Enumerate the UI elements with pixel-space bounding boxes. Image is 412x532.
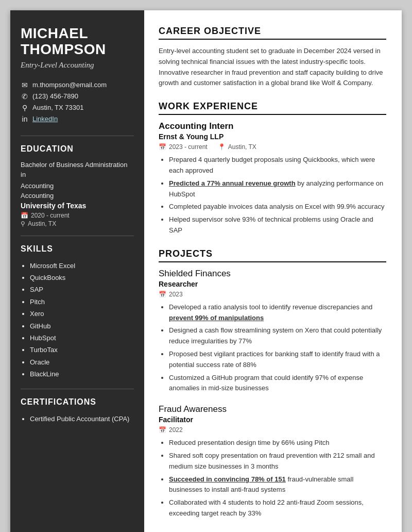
- bullet-item: Customized a GitHub program that could i…: [169, 373, 386, 394]
- phone-text: (123) 456-7890: [32, 92, 78, 100]
- skill-item: SAP: [30, 284, 134, 295]
- education-title: EDUCATION: [21, 144, 134, 154]
- calendar-icon: 📅: [159, 291, 166, 298]
- bullet-item: Designed a cash flow streamlining system…: [169, 325, 386, 347]
- skill-item: Xero: [30, 308, 134, 320]
- skill-item: TurboTax: [30, 344, 134, 356]
- project-title-2: Fraud Awareness: [159, 404, 386, 414]
- skill-item: Oracle: [30, 356, 134, 368]
- location-text: Austin, TX 73301: [32, 104, 84, 111]
- divider-certs: [21, 389, 134, 389]
- candidate-subtitle: Entry-Level Accounting: [21, 61, 134, 70]
- skill-item: Pitch: [30, 296, 134, 308]
- highlight-text: Succeeded in convincing 78% of 151: [169, 475, 286, 483]
- bullet-item: Predicted a 77% annual revenue growth by…: [169, 178, 386, 200]
- project-role-2: Facilitator: [159, 415, 386, 424]
- work-experience-title: WORK EXPERIENCE: [159, 101, 386, 115]
- bullet-item: Reduced presentation design time by 66% …: [169, 438, 386, 448]
- job-meta: 📅 2023 - current 📍 Austin, TX: [159, 143, 386, 151]
- bullet-item: Prepared 4 quarterly budget proposals us…: [169, 155, 386, 176]
- bullet-item: Shared soft copy presentation on fraud p…: [169, 451, 386, 472]
- edu-location-icon: ⚲: [21, 220, 25, 227]
- skills-list: Microsoft Excel QuickBooks SAP Pitch Xer…: [21, 260, 134, 380]
- bullet-item: Proposed best vigilant practices for ban…: [169, 349, 386, 371]
- project-block-2: Fraud Awareness Facilitator 📅 2022 Reduc…: [159, 404, 386, 519]
- email-item: ✉ m.thompson@email.com: [21, 81, 134, 89]
- linkedin-icon: in: [21, 115, 29, 123]
- candidate-name: MICHAEL THOMPSON: [21, 26, 134, 58]
- skill-item: HubSpot: [30, 332, 134, 344]
- job-location: Austin, TX: [228, 143, 256, 151]
- skill-item: Microsoft Excel: [30, 260, 134, 272]
- linkedin-item[interactable]: in LinkedIn: [21, 115, 134, 123]
- project-role-1: Researcher: [159, 280, 386, 288]
- certifications-section: CERTIFICATIONS Certified Public Accounta…: [21, 397, 134, 425]
- calendar-icon: 📅: [159, 426, 166, 434]
- edu-degree: Bachelor of Business Administration in: [21, 160, 134, 180]
- bullet-item: Developed a ratio analysis tool to ident…: [169, 302, 386, 324]
- project-bullets-2: Reduced presentation design time by 66% …: [159, 438, 386, 519]
- job-dates: 2023 - current: [169, 143, 208, 151]
- job-bullets: Prepared 4 quarterly budget proposals us…: [159, 155, 386, 236]
- bullet-item: Collaborated with 4 students to hold 22 …: [169, 497, 386, 519]
- project-title-1: Shielded Finances: [159, 269, 386, 279]
- highlight-text: Predicted a 77% annual revenue growth: [169, 179, 296, 187]
- project-year-2: 📅 2022: [159, 426, 386, 434]
- skill-item: BlackLine: [30, 368, 134, 380]
- skill-item: GitHub: [30, 320, 134, 332]
- job-dates-item: 📅 2023 - current: [159, 143, 208, 151]
- cert-list: Certified Public Accountant (CPA): [21, 413, 134, 425]
- bullet-item: Succeeded in convincing 78% of 151 fraud…: [169, 474, 386, 496]
- contact-section: ✉ m.thompson@email.com ✆ (123) 456-7890 …: [21, 81, 134, 123]
- divider-education: [21, 136, 134, 136]
- phone-item: ✆ (123) 456-7890: [21, 92, 134, 101]
- job-location-item: 📍 Austin, TX: [218, 143, 256, 151]
- edu-school: University of Texas: [21, 202, 134, 210]
- job-company: Ernst & Young LLP: [159, 132, 386, 141]
- divider-skills: [21, 236, 134, 236]
- projects-title: PROJECTS: [159, 248, 386, 262]
- location-item: ⚲ Austin, TX 73301: [21, 104, 134, 112]
- calendar-icon: 📅: [21, 212, 28, 219]
- edu-location: ⚲ Austin, TX: [21, 220, 134, 227]
- bullet-item: Completed payable invoices data analysis…: [169, 202, 386, 212]
- work-experience-section: WORK EXPERIENCE Accounting Intern Ernst …: [159, 101, 386, 236]
- career-objective-text: Entry-level accounting student set to gr…: [159, 46, 386, 89]
- projects-section: PROJECTS Shielded Finances Researcher 📅 …: [159, 248, 386, 519]
- job-block: Accounting Intern Ernst & Young LLP 📅 20…: [159, 121, 386, 236]
- location-pin-icon: 📍: [218, 143, 226, 151]
- education-section: EDUCATION Bachelor of Business Administr…: [21, 144, 134, 227]
- email-icon: ✉: [21, 81, 29, 89]
- edu-dates: 📅 2020 - current: [21, 212, 134, 219]
- location-icon: ⚲: [21, 104, 29, 112]
- email-text: m.thompson@email.com: [32, 81, 107, 89]
- cert-item: Certified Public Accountant (CPA): [30, 413, 134, 425]
- edu-major-repeat: Accounting: [21, 192, 134, 200]
- bullet-item: Helped supervisor solve 93% of technical…: [169, 214, 386, 236]
- calendar-icon: 📅: [159, 143, 166, 151]
- skill-item: QuickBooks: [30, 272, 134, 284]
- career-objective-section: CAREER OBJECTIVE Entry-level accounting …: [159, 26, 386, 89]
- project-bullets-1: Developed a ratio analysis tool to ident…: [159, 302, 386, 394]
- resume-container: MICHAEL THOMPSON Entry-Level Accounting …: [10, 10, 402, 532]
- edu-major: Accounting: [21, 182, 134, 190]
- skills-title: SKILLS: [21, 244, 134, 254]
- main-content: CAREER OBJECTIVE Entry-level accounting …: [144, 10, 402, 532]
- skills-section: SKILLS Microsoft Excel QuickBooks SAP Pi…: [21, 244, 134, 380]
- phone-icon: ✆: [21, 92, 29, 101]
- linkedin-link[interactable]: LinkedIn: [32, 115, 58, 123]
- job-title: Accounting Intern: [159, 121, 386, 131]
- career-objective-title: CAREER OBJECTIVE: [159, 26, 386, 40]
- project-year-1: 📅 2023: [159, 291, 386, 298]
- certs-title: CERTIFICATIONS: [21, 397, 134, 407]
- sidebar: MICHAEL THOMPSON Entry-Level Accounting …: [10, 10, 144, 532]
- project-block-1: Shielded Finances Researcher 📅 2023 Deve…: [159, 269, 386, 394]
- highlight-text: prevent 99% of manipulations: [169, 314, 264, 322]
